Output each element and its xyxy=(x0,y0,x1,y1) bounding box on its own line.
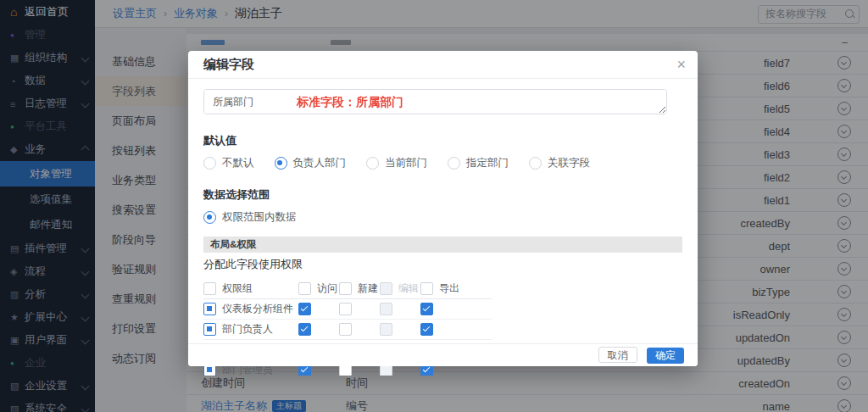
row-select-checkbox[interactable] xyxy=(203,303,216,315)
app-root: ⌂ 返回首页 ● 管理 ▦ 组织结构 ◔ 数据 ≡ 日志管理 ● 平台工具 ◆ … xyxy=(0,0,868,412)
access-column-checkbox[interactable] xyxy=(298,282,311,295)
layout-permission-section-header: 布局&权限 xyxy=(203,237,682,253)
perm-row-dashboard-widget: 仪表板分析组件 xyxy=(203,299,492,320)
row-select-checkbox[interactable] xyxy=(203,323,216,336)
perm-row-dept-manager: 部门负责人 xyxy=(203,320,492,340)
edit-column-checkbox xyxy=(380,282,392,295)
radio-owner-dept[interactable]: 负责人部门 xyxy=(275,156,347,170)
access-checkbox[interactable] xyxy=(298,303,311,315)
edit-checkbox xyxy=(380,323,392,336)
radio-icon xyxy=(529,157,542,170)
edit-checkbox xyxy=(380,303,392,315)
data-scope-options: 权限范围内数据 xyxy=(203,210,681,225)
radio-no-default[interactable]: 不默认 xyxy=(203,156,254,170)
export-checkbox[interactable] xyxy=(420,303,433,315)
radio-checked-icon xyxy=(203,211,216,224)
export-checkbox[interactable] xyxy=(420,323,433,336)
create-column-checkbox[interactable] xyxy=(339,282,352,295)
radio-icon xyxy=(448,157,460,170)
create-checkbox[interactable] xyxy=(339,323,352,336)
field-name-wrapper: 所属部门 标准字段：所属部门 xyxy=(203,89,667,118)
radio-permission-scope-data[interactable]: 权限范围内数据 xyxy=(203,210,297,225)
radio-current-dept[interactable]: 当前部门 xyxy=(366,156,427,170)
create-checkbox[interactable] xyxy=(339,303,352,315)
data-scope-label: 数据选择范围 xyxy=(203,187,681,203)
radio-related-field[interactable]: 关联字段 xyxy=(529,156,590,170)
modal-body: 所属部门 标准字段：所属部门 默认值 不默认 负责人部门 当前部门 xyxy=(188,79,698,376)
radio-specified-dept[interactable]: 指定部门 xyxy=(448,156,509,170)
close-icon[interactable]: × xyxy=(676,53,686,75)
confirm-button[interactable]: 确定 xyxy=(647,348,684,364)
default-value-options: 不默认 负责人部门 当前部门 指定部门 关联字段 xyxy=(203,156,681,170)
permission-table-header: 权限组 访问 新建 编辑 xyxy=(203,278,492,299)
radio-checked-icon xyxy=(275,157,287,170)
export-column-checkbox[interactable] xyxy=(420,282,433,295)
field-name-input[interactable]: 所属部门 xyxy=(203,89,667,114)
modal-title: 编辑字段 xyxy=(203,51,254,78)
assign-permission-label: 分配此字段使用权限 xyxy=(203,257,681,272)
cancel-button[interactable]: 取消 xyxy=(598,347,637,363)
edit-field-modal: 编辑字段 × 所属部门 标准字段：所属部门 默认值 不默认 负责人部门 xyxy=(188,51,698,366)
select-all-groups-checkbox[interactable] xyxy=(203,282,216,295)
default-value-label: 默认值 xyxy=(203,133,681,148)
modal-footer: 取消 确定 xyxy=(188,343,698,366)
access-checkbox[interactable] xyxy=(298,323,311,336)
modal-header: 编辑字段 × xyxy=(188,51,698,79)
radio-icon xyxy=(366,157,379,170)
radio-icon xyxy=(203,157,216,170)
